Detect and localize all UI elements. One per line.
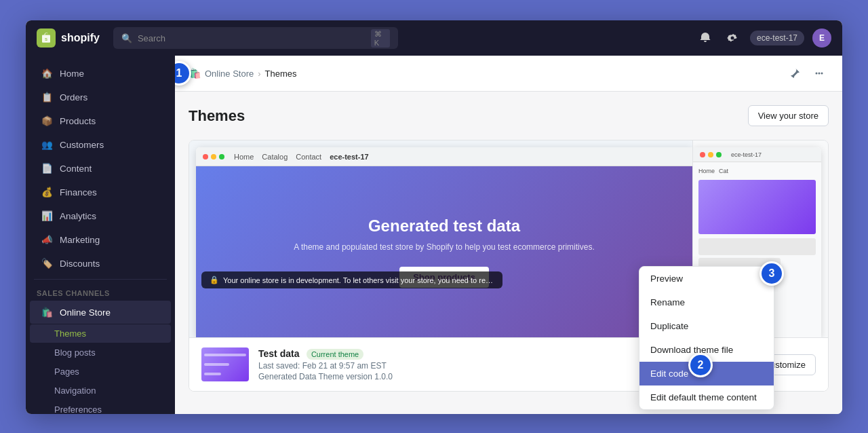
settings-icon-btn[interactable] — [723, 29, 742, 48]
sidebar-item-discounts[interactable]: 🏷️ Discounts — [30, 252, 171, 275]
breadcrumb: 🛍️ Online Store › Themes — [189, 67, 297, 79]
thumb-line-3 — [204, 373, 221, 375]
fake-browser-body: Generated test data A theme and populate… — [196, 166, 692, 337]
sidebar-item-home[interactable]: 🏠 Home — [30, 62, 171, 85]
breadcrumb-current: Themes — [265, 69, 297, 79]
svg-point-2 — [816, 73, 818, 75]
topbar-right: ece-test-17 E — [696, 29, 831, 48]
sidebar-sub-item-themes[interactable]: Themes — [30, 324, 171, 343]
breadcrumb-parent[interactable]: Online Store — [205, 69, 254, 79]
sidebar-item-products[interactable]: 📦 Products — [30, 109, 171, 132]
sidebar-item-customers[interactable]: 👥 Customers — [30, 133, 171, 156]
theme-thumb — [201, 347, 249, 381]
fake-nav-catalog: Catalog — [262, 153, 288, 161]
logo-area: S shopify — [37, 29, 100, 48]
sidebar-navigation-label: Navigation — [54, 385, 96, 396]
context-menu-duplicate[interactable]: Duplicate — [639, 314, 774, 338]
avatar[interactable]: E — [812, 29, 831, 48]
svg-point-4 — [821, 73, 823, 75]
sidebar-item-marketing[interactable]: 📣 Marketing — [30, 228, 171, 251]
generated-card: Generated test data A theme and populate… — [196, 166, 692, 337]
analytics-icon: 📊 — [41, 210, 53, 222]
sidebar-home-label: Home — [60, 69, 84, 79]
dot-green — [219, 154, 224, 159]
search-input[interactable] — [138, 33, 366, 43]
orders-icon: 📋 — [41, 91, 53, 103]
header-actions — [785, 64, 829, 83]
annotation-3: 3 — [760, 261, 784, 286]
notification-icon-btn[interactable] — [696, 29, 715, 48]
svg-text:S: S — [45, 37, 47, 41]
side-nav-cat: Cat — [719, 168, 728, 174]
content-icon: 📄 — [41, 162, 53, 174]
sidebar-finances-label: Finances — [60, 187, 97, 197]
content-header: 🛍️ Online Store › Themes — [175, 56, 842, 92]
avatar-initials: E — [819, 33, 825, 43]
finances-icon: 💰 — [41, 186, 53, 198]
logo-text: shopify — [61, 32, 100, 44]
theme-thumb-mini — [201, 347, 249, 381]
fake-browser-main: Home Catalog Contact ece-test-17 Generat… — [196, 147, 692, 337]
more-actions-icon-btn[interactable] — [810, 64, 829, 83]
context-menu-preview[interactable]: Preview — [639, 267, 774, 290]
sidebar-content-label: Content — [60, 164, 92, 174]
themes-title-row: Themes View your store — [189, 105, 829, 126]
customers-icon: 👥 — [41, 138, 53, 151]
side-nav: Home Cat — [698, 168, 816, 174]
store-name: ece-test-17 — [757, 33, 797, 43]
pin-icon-btn[interactable] — [785, 64, 804, 83]
generated-card-title: Generated test data — [368, 216, 520, 236]
store-badge[interactable]: ece-test-17 — [750, 31, 804, 45]
home-icon: 🏠 — [41, 67, 53, 79]
sidebar-customers-label: Customers — [60, 140, 104, 150]
sidebar-sub-item-preferences[interactable]: Preferences — [30, 400, 171, 414]
sidebar-item-orders[interactable]: 📋 Orders — [30, 86, 171, 109]
app-frame: S shopify 🔍 ⌘ K ece-test-17 E — [26, 20, 842, 414]
side-block-1 — [698, 180, 816, 234]
dot-red — [203, 154, 208, 159]
shopify-logo-icon: S — [37, 29, 56, 48]
sidebar-item-analytics[interactable]: 📊 Analytics — [30, 204, 171, 227]
sidebar-item-finances[interactable]: 💰 Finances — [30, 181, 171, 204]
side-nav-home: Home — [698, 168, 715, 174]
context-menu-edit-default[interactable]: Edit default theme content — [639, 385, 774, 409]
topbar: S shopify 🔍 ⌘ K ece-test-17 E — [26, 20, 842, 56]
lock-icon: 🔒 — [210, 276, 219, 284]
current-theme-tag: Current theme — [307, 349, 363, 360]
sidebar-item-online-store[interactable]: 🛍️ Online Store — [30, 301, 171, 324]
sidebar-sub-item-blog-posts[interactable]: Blog posts — [30, 343, 171, 362]
search-bar[interactable]: 🔍 ⌘ K — [113, 27, 398, 49]
sidebar: 🏠 Home 📋 Orders 📦 Products 👥 Customers 📄 — [26, 56, 175, 414]
side-dot-red — [700, 152, 705, 157]
fake-nav-store-name: ece-test-17 — [330, 153, 368, 161]
thumb-line-1 — [204, 354, 246, 356]
svg-point-3 — [818, 73, 821, 75]
lock-text: Your online store is in development. To … — [223, 276, 494, 284]
keyboard-shortcut: ⌘ K — [371, 29, 390, 48]
sidebar-orders-label: Orders — [60, 92, 87, 102]
side-dot-yellow — [708, 152, 713, 157]
sidebar-marketing-label: Marketing — [60, 235, 100, 245]
generated-card-subtitle: A theme and populated test store by Shop… — [294, 241, 595, 253]
context-menu: Preview Rename Duplicate Download theme … — [639, 266, 774, 410]
main-area: 🏠 Home 📋 Orders 📦 Products 👥 Customers 📄 — [26, 56, 842, 414]
sidebar-sub-item-pages[interactable]: Pages — [30, 362, 171, 381]
search-icon: 🔍 — [121, 33, 132, 43]
sidebar-discounts-label: Discounts — [60, 259, 100, 269]
context-menu-rename[interactable]: Rename — [639, 290, 774, 314]
sidebar-item-content[interactable]: 📄 Content — [30, 157, 171, 180]
view-store-button[interactable]: View your store — [748, 105, 829, 126]
side-block-2 — [698, 238, 816, 255]
browser-dots — [203, 154, 224, 159]
sidebar-sub-item-navigation[interactable]: Navigation — [30, 381, 171, 400]
breadcrumb-separator: › — [258, 69, 260, 79]
fake-browser-side-bar: ece-test-17 — [693, 147, 821, 162]
sales-channels-section: Sales channels — [26, 284, 175, 300]
dot-yellow — [211, 154, 216, 159]
discounts-icon: 🏷️ — [41, 257, 53, 269]
page-title: Themes — [189, 107, 245, 125]
sidebar-divider-1 — [34, 279, 167, 280]
theme-preview-main: Home Catalog Contact ece-test-17 Generat… — [189, 140, 692, 337]
side-dot-green — [716, 152, 722, 157]
side-store-name: ece-test-17 — [731, 151, 762, 158]
